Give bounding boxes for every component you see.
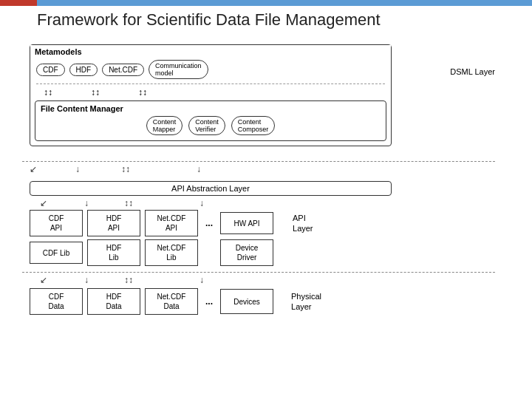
arr4: ↓ xyxy=(197,164,201,174)
hdf-lib-cell: HDFLib xyxy=(87,239,140,266)
h-dashed-2 xyxy=(22,272,495,273)
comm-oval: Communicationmodel xyxy=(149,60,208,79)
cdf-data-cell: CDFData xyxy=(30,288,83,315)
content-verifier-oval: ContentVerifier xyxy=(188,116,225,135)
arrow-3: ↕↕ xyxy=(138,87,147,98)
metamodels-label: Metamodels xyxy=(30,45,391,58)
dsml-box: Metamodels CDF HDF Net.CDF Communication… xyxy=(30,44,392,146)
netcdf-data-cell: Net.CDFData xyxy=(145,288,198,315)
api-layer-label: APILayer xyxy=(293,213,313,234)
arr2: ↓ xyxy=(75,164,80,174)
api-abs-label: API Abstraction Layer xyxy=(171,184,250,193)
arrow-2: ↕↕ xyxy=(91,87,100,98)
arr3: ↕↕ xyxy=(121,164,130,174)
content-mapper-oval: ContentMapper xyxy=(146,116,183,135)
netcdf-api-cell: Net.CDFAPI xyxy=(145,210,198,236)
arr-a3: ↕↕ xyxy=(124,198,133,208)
arr1: ↙ xyxy=(30,164,37,174)
dots-1: ... xyxy=(202,218,216,228)
arr-a2: ↓ xyxy=(84,198,89,208)
hdf-data-cell: HDFData xyxy=(87,288,140,315)
arrows-row-3: ↙ ↓ ↕↕ ↓ xyxy=(30,198,204,208)
physical-layer-row: CDFData HDFData Net.CDFData ... Devices … xyxy=(30,288,480,315)
api-abstraction-box: API Abstraction Layer xyxy=(30,181,392,196)
dashed-divider-1 xyxy=(36,83,385,84)
metamodels-row: CDF HDF Net.CDF Communicationmodel xyxy=(30,58,391,82)
arrows-row-4: ↙ ↓ ↕↕ ↓ xyxy=(30,275,204,285)
arr-a4: ↓ xyxy=(200,198,204,208)
netcdf-lib-cell: Net.CDFLib xyxy=(145,239,198,266)
devices-cell: Devices xyxy=(220,289,273,314)
page-title: Framework for Scientific Data File Manag… xyxy=(37,10,381,30)
fcm-ovals: ContentMapper ContentVerifier ContentCom… xyxy=(38,114,383,138)
hw-api-cell: HW API xyxy=(220,212,273,234)
arrow-1: ↕↕ xyxy=(44,87,52,98)
fcm-label: File Content Manager xyxy=(38,103,383,114)
api-row-1: CDFAPI HDFAPI Net.CDFAPI ... HW API APIL… xyxy=(30,210,313,236)
diagram: Metamodels CDF HDF Net.CDF Communication… xyxy=(22,44,495,384)
device-driver-cell: DeviceDriver xyxy=(220,239,273,266)
api-row-2: CDF Lib HDFLib Net.CDFLib ... DeviceDriv… xyxy=(30,239,273,266)
cdf-oval: CDF xyxy=(36,64,65,76)
arr-p1: ↙ xyxy=(40,275,47,285)
arrows-row-2: ↙ ↓ ↕↕ ↓ xyxy=(30,164,201,174)
arr-a1: ↙ xyxy=(40,198,47,208)
content-composer-oval: ContentComposer xyxy=(231,116,276,135)
top-accent-bar xyxy=(0,0,532,6)
arr-p4: ↓ xyxy=(200,275,204,285)
h-dashed-1 xyxy=(22,161,495,162)
fcm-box: File Content Manager ContentMapper Conte… xyxy=(35,100,386,141)
arr-p2: ↓ xyxy=(84,275,89,285)
physical-layer-label: PhysicalLayer xyxy=(291,291,321,313)
hdf-api-cell: HDFAPI xyxy=(87,210,140,236)
netcdf-oval: Net.CDF xyxy=(102,64,144,76)
arr-p3: ↕↕ xyxy=(124,275,133,285)
cdf-api-cell: CDFAPI xyxy=(30,210,83,236)
page: Framework for Scientific Data File Manag… xyxy=(0,0,532,399)
dsml-layer-label: DSML Layer xyxy=(450,66,495,77)
dots-phys: ... xyxy=(202,296,216,307)
hdf-oval: HDF xyxy=(69,64,98,76)
cdf-lib-cell: CDF Lib xyxy=(30,242,83,264)
